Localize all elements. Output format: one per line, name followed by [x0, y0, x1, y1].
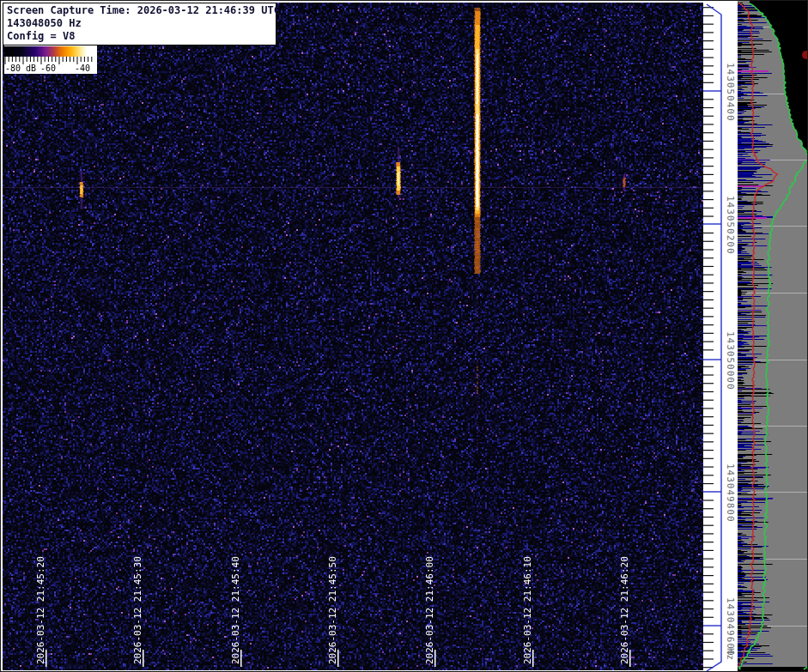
color-scale-label: -40 [75, 64, 90, 73]
spectrum-panel-canvas [738, 1, 808, 672]
capture-info-box: Screen Capture Time: 2026-03-12 21:46:39… [3, 3, 276, 45]
time-axis-label: 2026-03-12 21:46:00 [424, 556, 435, 664]
time-axis-label: 2026-03-12 21:46:10 [522, 556, 533, 664]
frequency-axis-unit: Hz [725, 648, 736, 661]
capture-time-text: Screen Capture Time: 2026-03-12 21:46:39… [7, 4, 272, 17]
frequency-axis-label: 143049800 [725, 463, 736, 523]
center-frequency-text: 143048050 Hz [7, 17, 272, 30]
time-axis-label: 2026-03-12 21:45:20 [35, 556, 46, 664]
time-axis-label: 2026-03-12 21:46:20 [619, 556, 630, 664]
frequency-axis-label: 143050400 [725, 63, 736, 122]
color-scale-label: -80 dB [5, 64, 36, 73]
config-text: Config = V8 [7, 30, 272, 43]
color-scale-labels: -80 dB-60-40 [4, 64, 97, 74]
color-scale-label: -60 [40, 64, 56, 73]
frequency-axis-label: 143050000 [725, 331, 736, 390]
color-scale-gradient [4, 46, 91, 57]
spectrogram-canvas [3, 3, 703, 670]
time-axis-label: 2026-03-12 21:45:40 [230, 556, 241, 664]
frequency-axis-label: 143050200 [725, 196, 736, 255]
app-window: Screen Capture Time: 2026-03-12 21:46:39… [0, 0, 808, 672]
time-axis-label: 2026-03-12 21:45:30 [132, 556, 143, 664]
color-scale: -80 dB-60-40 [4, 45, 97, 74]
time-axis-label: 2026-03-12 21:45:50 [327, 556, 338, 664]
